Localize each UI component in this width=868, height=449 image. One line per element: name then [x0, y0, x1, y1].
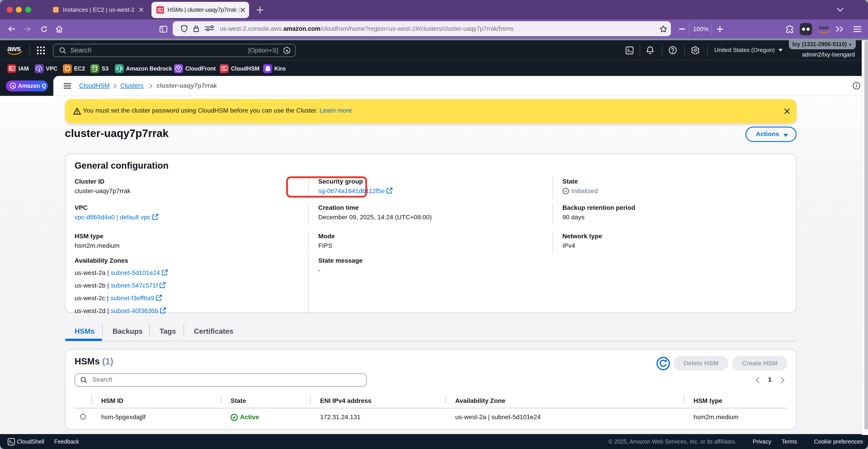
svg-text:aws: aws	[7, 45, 21, 53]
